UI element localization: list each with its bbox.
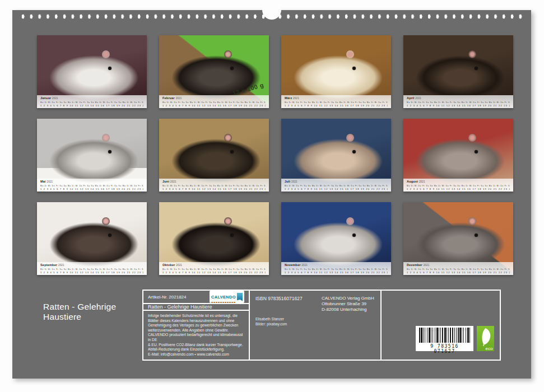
day-number-row: 1 2 3 4 5 6 7 8 9 10 11 12 13 14 15 16 1… (285, 104, 388, 107)
article-row: Artikel-Nr. 2021824 CALVENDO (143, 291, 249, 304)
weekday-row: Mo Di Mi Do Fr Sa So Mo Di Mi Do Fr Sa S… (162, 185, 266, 187)
mini-calendar-strip: Juli 2021 Mo Di Mi Do Fr Sa So Mo Di Mi … (281, 179, 391, 192)
month-year: 2021 (176, 97, 182, 100)
month-year: 2021 (58, 264, 64, 267)
month-name: August (407, 180, 418, 183)
day-number-row: 1 2 3 4 5 6 7 8 9 10 11 12 13 14 15 16 1… (285, 271, 388, 274)
day-number-row: 1 2 3 4 5 6 7 8 9 10 11 12 13 14 15 16 1… (40, 271, 143, 274)
weekday-row: Mo Di Mi Do Fr Sa So Mo Di Mi Do Fr Sa S… (285, 268, 388, 270)
product-title-row: Ratten - Gelehrige Haustiere (143, 304, 249, 311)
day-number-row: 1 2 3 4 5 6 7 8 9 10 11 12 13 14 15 16 1… (162, 188, 266, 190)
month-label: November 2021 (285, 263, 388, 267)
month-label: Juni 2021 (162, 180, 266, 184)
rat-ear-shape (102, 134, 110, 142)
weekday-row: Mo Di Mi Do Fr Sa So Mo Di Mi Do Fr Sa S… (40, 101, 143, 104)
author-credits: Elisabeth Stanzer Bilder: pixabay.com (255, 317, 287, 326)
month-year: 2021 (47, 180, 53, 183)
weekday-row: Mo Di Mi Do Fr Sa So Mo Di Mi Do Fr Sa S… (285, 185, 388, 187)
mini-calendar-strip: Juni 2021 Mo Di Mi Do Fr Sa So Mo Di Mi … (159, 179, 269, 192)
eco-label: eco (486, 346, 493, 351)
weekday-row: Mo Di Mi Do Fr Sa So Mo Di Mi Do Fr Sa S… (162, 268, 266, 270)
weekday-row: Mo Di Mi Do Fr Sa So Mo Di Mi Do Fr Sa S… (407, 185, 510, 187)
barcode-bars (419, 328, 470, 343)
month-thumbnail-september: September 2021 Mo Di Mi Do Fr Sa So Mo D… (37, 202, 147, 275)
month-label: März 2021 (285, 96, 388, 100)
calendar-title-line1: Ratten - Gelehrige (43, 302, 116, 312)
publisher-address: CALVENDO Verlag GmbH Ottobrunner Straße … (322, 296, 374, 312)
day-number-row: 1 2 3 4 5 6 7 8 9 10 11 12 13 14 15 16 1… (407, 271, 510, 274)
month-name: Juli (285, 180, 290, 183)
calendar-title-line2: Haustiere (43, 312, 116, 322)
month-name: Februar (162, 96, 175, 100)
weekday-row: Mo Di Mi Do Fr Sa So Mo Di Mi Do Fr Sa S… (40, 268, 143, 270)
month-year: 2021 (415, 97, 421, 100)
info-boxes: Artikel-Nr. 2021824 CALVENDO Ratten - Ge… (142, 290, 501, 361)
rat-ear-shape (102, 50, 110, 58)
product-title: Ratten - Gelehrige Haustiere (148, 304, 212, 310)
image-credits: Bilder: pixabay.com (255, 322, 287, 327)
mini-calendar-strip: September 2021 Mo Di Mi Do Fr Sa So Mo D… (37, 262, 147, 275)
rat-ear-shape (224, 134, 232, 142)
month-thumbnail-dezember: Dezember 2021 Mo Di Mi Do Fr Sa So Mo Di… (403, 202, 513, 275)
calvendo-logo: CALVENDO (210, 291, 244, 303)
month-year: 2021 (170, 180, 176, 183)
publisher-info-box: ISBN 9783516071627 CALVENDO Verlag GmbH … (249, 290, 382, 361)
month-year: 2021 (52, 97, 58, 100)
month-year: 2021 (293, 97, 299, 100)
month-label: Mai 2021 (40, 180, 143, 184)
month-label: Juli 2021 (285, 180, 388, 184)
month-grid: Januar 2021 Mo Di Mi Do Fr Sa So Mo Di M… (37, 35, 513, 275)
publisher-name: CALVENDO Verlag GmbH (322, 296, 374, 301)
month-name: April (407, 96, 415, 100)
day-number-row: 1 2 3 4 5 6 7 8 9 10 11 12 13 14 15 16 1… (162, 271, 266, 274)
month-thumbnail-juli: Juli 2021 Mo Di Mi Do Fr Sa So Mo Di Mi … (281, 119, 391, 192)
mini-calendar-strip: August 2021 Mo Di Mi Do Fr Sa So Mo Di M… (403, 179, 513, 192)
rat-ear-shape (224, 50, 232, 58)
rat-ear-shape (346, 50, 354, 58)
author-name: Elisabeth Stanzer (255, 317, 287, 322)
month-name: Mai (40, 180, 46, 183)
mini-calendar-strip: April 2021 Mo Di Mi Do Fr Sa So Mo Di Mi… (403, 95, 513, 108)
month-label: April 2021 (407, 96, 510, 100)
month-year: 2021 (301, 264, 308, 267)
month-thumbnail-januar: Januar 2021 Mo Di Mi Do Fr Sa So Mo Di M… (37, 35, 147, 108)
day-number-row: 1 2 3 4 5 6 7 8 9 10 11 12 13 14 15 16 1… (40, 104, 143, 107)
calvendo-logo-tagline (211, 302, 236, 303)
month-thumbnail-mrz: März 2021 Mo Di Mi Do Fr Sa So Mo Di Mi … (281, 35, 391, 108)
mini-calendar-strip: Oktober 2021 Mo Di Mi Do Fr Sa So Mo Di … (159, 262, 269, 275)
month-name: Oktober (162, 263, 175, 267)
isbn-number: ISBN 9783516071627 (255, 296, 303, 301)
weekday-row: Mo Di Mi Do Fr Sa So Mo Di Mi Do Fr Sa S… (407, 101, 510, 104)
month-label: September 2021 (40, 263, 143, 267)
eco-logo: eco (477, 326, 494, 351)
rat-ear-shape (346, 134, 354, 142)
calvendo-logo-text-column: CALVENDO (211, 291, 236, 303)
rat-ear-shape (224, 217, 232, 225)
weekday-row: Mo Di Mi Do Fr Sa So Mo Di Mi Do Fr Sa S… (162, 101, 266, 104)
mini-calendar-strip: Januar 2021 Mo Di Mi Do Fr Sa So Mo Di M… (37, 95, 147, 108)
mini-calendar-strip: Februar 2021 Mo Di Mi Do Fr Sa So Mo Di … (159, 95, 269, 108)
month-thumbnail-oktober: Oktober 2021 Mo Di Mi Do Fr Sa So Mo Di … (159, 202, 269, 275)
month-name: Dezember (407, 263, 422, 267)
hanger-notch (262, 1, 281, 20)
month-year: 2021 (424, 264, 430, 267)
day-number-row: 1 2 3 4 5 6 7 8 9 10 11 12 13 14 15 16 1… (162, 104, 266, 107)
article-number: Artikel-Nr. 2021824 (148, 295, 186, 300)
month-name: November (285, 263, 301, 267)
eco-leaf-icon: eco (477, 326, 494, 351)
month-label: Januar 2021 (40, 96, 143, 100)
month-label: Oktober 2021 (162, 263, 266, 267)
barcode: 9 783516 071627 (416, 326, 473, 351)
rat-ear-shape (468, 217, 476, 225)
month-name: September (40, 263, 57, 267)
calvendo-logo-wordmark: CALVENDO (211, 295, 236, 300)
mini-calendar-strip: März 2021 Mo Di Mi Do Fr Sa So Mo Di Mi … (281, 95, 391, 108)
day-number-row: 1 2 3 4 5 6 7 8 9 10 11 12 13 14 15 16 1… (285, 188, 388, 190)
calendar-back-page: Januar 2021 Mo Di Mi Do Fr Sa So Mo Di M… (12, 10, 531, 379)
day-number-row: 1 2 3 4 5 6 7 8 9 10 11 12 13 14 15 16 1… (407, 104, 510, 107)
month-label: Februar 2021 (162, 96, 266, 100)
mini-calendar-strip: Dezember 2021 Mo Di Mi Do Fr Sa So Mo Di… (403, 262, 513, 275)
month-thumbnail-mai: Mai 2021 Mo Di Mi Do Fr Sa So Mo Di Mi D… (37, 119, 147, 192)
barcode-box: 9 783516 071627 eco (380, 290, 501, 361)
day-number-row: 1 2 3 4 5 6 7 8 9 10 11 12 13 14 15 16 1… (40, 188, 143, 190)
